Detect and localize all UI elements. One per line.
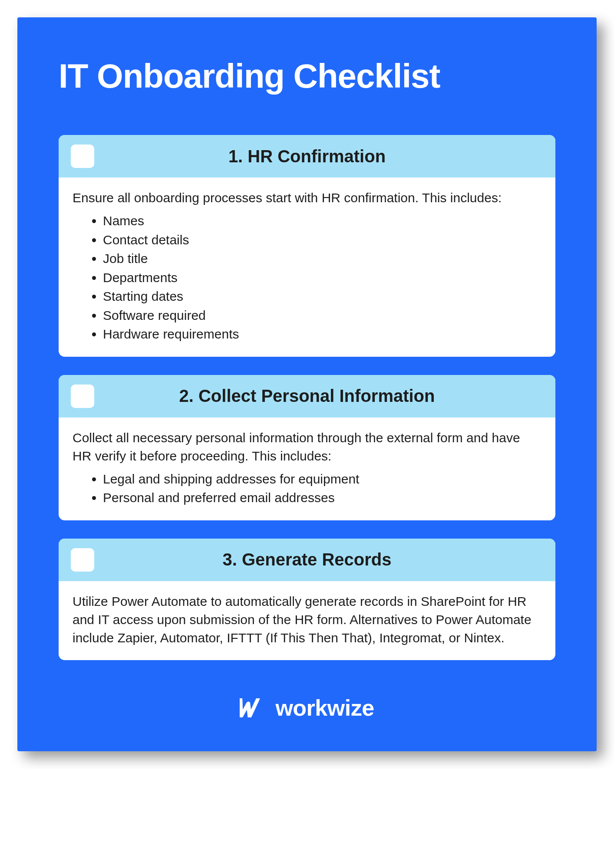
list-item: Departments [103,268,541,287]
checklist-card-1: 1. HR Confirmation Ensure all onboarding… [59,135,555,357]
checklist-card-3: 3. Generate Records Utilize Power Automa… [59,539,555,660]
list-item: Legal and shipping addresses for equipme… [103,470,541,489]
card-header: 1. HR Confirmation [59,135,555,178]
brand-name: workwize [275,695,374,721]
card-intro-2: Collect all necessary personal informati… [73,429,541,465]
list-item: Personal and preferred email addresses [103,488,541,507]
card-body-3: Utilize Power Automate to automatically … [59,581,555,660]
card-text-3: Utilize Power Automate to automatically … [73,592,541,647]
list-item: Software required [103,306,541,325]
checklist-card-2: 2. Collect Personal Information Collect … [59,375,555,520]
checkbox-1[interactable] [71,145,94,168]
bullet-list-1: Names Contact details Job title Departme… [103,211,541,344]
bullet-list-2: Legal and shipping addresses for equipme… [103,470,541,507]
checkbox-3[interactable] [71,548,94,572]
card-header: 2. Collect Personal Information [59,375,555,418]
card-body-1: Ensure all onboarding processes start wi… [59,178,555,357]
list-item: Hardware requirements [103,325,541,344]
card-title-2: 2. Collect Personal Information [94,386,543,406]
workwize-logo-icon [240,698,267,717]
card-header: 3. Generate Records [59,539,555,581]
card-intro-1: Ensure all onboarding processes start wi… [73,189,541,207]
page-title: IT Onboarding Checklist [59,56,555,96]
checkbox-2[interactable] [71,385,94,408]
card-title-1: 1. HR Confirmation [94,147,543,166]
brand-footer: workwize [59,695,555,721]
card-title-3: 3. Generate Records [94,550,543,569]
card-body-2: Collect all necessary personal informati… [59,418,555,520]
list-item: Starting dates [103,287,541,306]
list-item: Job title [103,249,541,268]
document-page: IT Onboarding Checklist 1. HR Confirmati… [17,17,597,751]
list-item: Names [103,211,541,230]
list-item: Contact details [103,230,541,250]
